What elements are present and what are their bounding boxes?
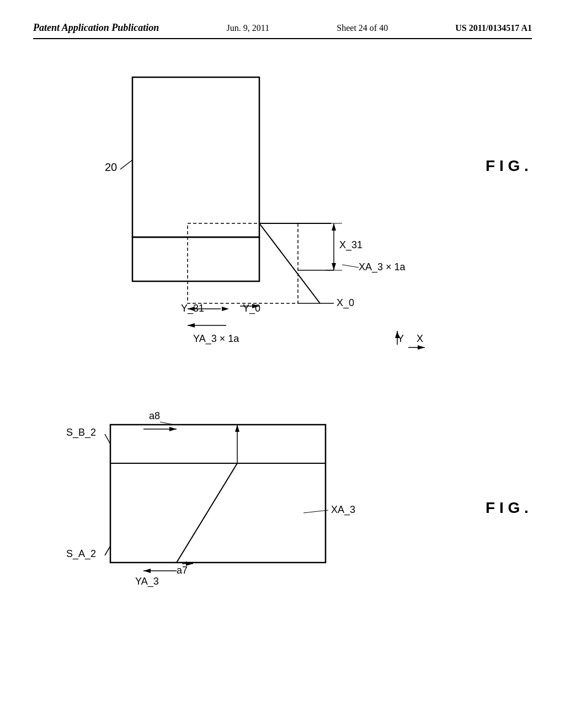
svg-marker-23 [418,345,425,350]
svg-line-27 [177,463,237,563]
x31-label: X_31 [339,239,363,251]
svg-rect-2 [132,237,259,281]
svg-line-4 [259,223,320,303]
svg-line-29 [105,546,110,555]
diagram-svg: F I G . 2 0 B 20 X_31 X_0 YA_3 × [33,61,532,728]
svg-line-28 [105,434,110,444]
svg-marker-24 [222,307,229,311]
svg-line-1 [120,160,132,169]
svg-marker-14 [188,323,195,328]
page-header: Patent Application Publication Jun. 9, 2… [33,22,532,39]
ya3x1a-label: YA_3 × 1a [193,333,239,345]
a8-label: a8 [149,410,160,421]
fig20b-label: F I G . 2 0 B [486,157,532,174]
a7-label: a7 [177,565,188,576]
x0-label: X_0 [337,297,354,309]
ref-20: 20 [105,161,117,173]
sb2-label: S_B_2 [66,427,96,438]
patent-number: US 2011/0134517 A1 [455,23,532,33]
page: Patent Application Publication Jun. 9, 2… [0,0,565,728]
fig20a-label: F I G . 2 0 A [486,499,532,516]
svg-marker-34 [235,425,239,432]
svg-marker-37 [143,569,151,573]
svg-line-35 [303,510,328,513]
xa3-label-20a: XA_3 [331,504,355,516]
svg-rect-25 [110,425,326,563]
y0-label: Y_0 [243,303,260,314]
publication-date: Jun. 9, 2011 [227,23,270,33]
svg-rect-0 [132,77,259,237]
svg-marker-7 [332,223,336,231]
svg-marker-32 [169,427,177,431]
xa3x1a-label: XA_3 × 1a [359,261,406,273]
publication-title: Patent Application Publication [33,22,159,34]
svg-line-19 [342,265,359,267]
sa2-label: S_A_2 [66,548,96,560]
svg-marker-8 [332,263,336,270]
x-axis-label: X [417,333,423,344]
sheet-info: Sheet 24 of 40 [337,23,388,33]
svg-rect-3 [188,223,298,303]
ya3-label-20a: YA_3 [135,576,159,587]
